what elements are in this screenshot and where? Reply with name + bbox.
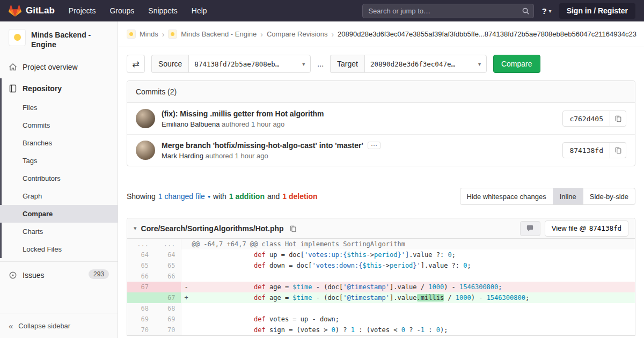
project-name: Minds Backend - Engine [31, 29, 109, 49]
toggle-comments-button[interactable] [520, 221, 540, 236]
diff-line-content: def up = doc['votes:up:{$this->period}']… [181, 249, 635, 260]
copy-icon [614, 146, 622, 154]
nav-help[interactable]: Help [192, 6, 207, 15]
new-line-number[interactable]: 64 [154, 249, 181, 260]
commit-author-avatar[interactable] [136, 109, 155, 128]
new-line-number[interactable]: 69 [154, 314, 181, 325]
old-line-number[interactable] [127, 292, 154, 303]
target-input-group: Target 20890d28e3d6f3ec047e… ▾ [330, 55, 487, 73]
code-token [192, 315, 254, 323]
commit-sha-button[interactable]: 874138fd [562, 142, 610, 158]
commit-author-link[interactable]: Mark Harding [162, 152, 203, 160]
sidebar-item-tags[interactable]: Tags [0, 152, 118, 170]
new-line-number[interactable]: ... [154, 239, 181, 249]
swap-revisions-button[interactable]: ⇄ [127, 55, 145, 73]
target-dropdown[interactable]: 20890d28e3d6f3ec047e… ▾ [364, 55, 487, 73]
diff-line-ctx: 6666 [127, 271, 635, 282]
nav-groups[interactable]: Groups [109, 6, 134, 15]
sidebar-item-branches[interactable]: Branches [0, 134, 118, 152]
file-path[interactable]: Core/Search/SortingAlgorithms/Hot.php [141, 224, 284, 233]
view-file-button[interactable]: View file @ 874138fd [545, 221, 628, 237]
sidebar-item-issues[interactable]: Issues 293 [0, 265, 118, 285]
diff-line-content: - def age = $time - (doc['@timestamp'].v… [181, 282, 635, 292]
commit-authored-ago: authored 1 hour ago [222, 120, 284, 128]
copy-sha-button[interactable] [610, 111, 626, 127]
new-line-number[interactable] [154, 282, 181, 292]
commit-author-avatar[interactable] [136, 141, 155, 160]
repository-sub-menu: Files Commits Branches Tags Contributors… [0, 99, 118, 258]
diff-line-ctx: 6565 def down = doc['votes:down:{$this->… [127, 260, 635, 271]
old-line-number[interactable]: 64 [127, 249, 154, 260]
diff-line-content [181, 271, 635, 282]
new-line-number[interactable]: 66 [154, 271, 181, 282]
commit-title-link[interactable]: (fix): Missing .millis getter from Hot a… [162, 109, 324, 118]
nav-snippets[interactable]: Snippets [148, 6, 177, 15]
diff-line-ctx: 6464 def up = doc['votes:up:{$this->peri… [127, 249, 635, 260]
showing-label: Showing [127, 192, 156, 201]
old-line-number[interactable]: ... [127, 239, 154, 249]
inline-view-button[interactable]: Inline [553, 188, 583, 205]
old-line-number[interactable]: 67 [127, 282, 154, 292]
code-token: 0 [332, 326, 335, 334]
old-line-number[interactable]: 69 [127, 314, 154, 325]
code-token: 0 [463, 262, 467, 269]
code-token: $this [347, 251, 367, 259]
old-line-number[interactable]: 65 [127, 260, 154, 271]
collapse-sidebar-button[interactable]: « Collapse sidebar [0, 313, 118, 338]
sidebar-item-graph[interactable]: Graph [0, 187, 118, 205]
old-line-number[interactable]: 68 [127, 303, 154, 314]
help-dropdown[interactable]: ? ▾ [541, 6, 551, 16]
changed-files-dropdown[interactable]: 1 changed file [158, 192, 205, 201]
code-token: 1 [351, 326, 355, 334]
collapse-file-caret-icon[interactable]: ▾ [134, 225, 137, 232]
sidebar-item-contributors[interactable]: Contributors [0, 170, 118, 187]
compare-button[interactable]: Compare [493, 55, 540, 73]
copy-file-path-button[interactable] [288, 224, 298, 233]
side-by-side-view-button[interactable]: Side-by-side [583, 188, 635, 205]
old-line-number[interactable]: 70 [127, 325, 154, 335]
search-input[interactable] [362, 4, 534, 18]
hide-whitespace-button[interactable]: Hide whitespace changes [460, 188, 553, 205]
sidebar-item-locked-files[interactable]: Locked Files [0, 240, 118, 258]
sidebar-item-compare[interactable]: Compare [0, 205, 118, 223]
sidebar-item-commits[interactable]: Commits [0, 116, 118, 134]
sidebar-item-project-overview[interactable]: Project overview [0, 57, 118, 77]
nav-projects[interactable]: Projects [69, 6, 96, 15]
commit-title-row: Merge branch 'hotfix/missing-hot-algo-ca… [162, 141, 562, 150]
commits-panel: Commits (2) (fix): Missing .millis gette… [127, 80, 635, 166]
breadcrumb-page-link[interactable]: Compare Revisions [267, 30, 327, 38]
new-line-number[interactable]: 67 [154, 292, 181, 303]
old-line-number[interactable]: 66 [127, 271, 154, 282]
view-file-sha: 874138fd [589, 224, 621, 232]
sign-in-button[interactable]: Sign in / Register [559, 3, 635, 19]
source-dropdown[interactable]: 874138fd72b5ae7808eb… ▾ [188, 55, 311, 73]
source-input-group: Source 874138fd72b5ae7808eb… ▾ [151, 55, 311, 73]
diff-line-add: 67+ def age = $time - (doc['@timestamp']… [127, 292, 635, 303]
code-token: ; [525, 294, 529, 302]
breadcrumb-project-link[interactable]: Minds Backend - Engine [181, 30, 257, 38]
sidebar-item-charts[interactable]: Charts [0, 223, 118, 240]
code-token: $time [292, 283, 312, 291]
new-line-number[interactable]: 68 [154, 303, 181, 314]
commit-authored-ago: authored 1 hour ago [206, 152, 268, 160]
sidebar-item-files[interactable]: Files [0, 99, 118, 116]
expand-commit-message-button[interactable]: ⋯ [368, 142, 380, 149]
breadcrumb: Minds › Minds Backend - Engine › Compare… [118, 21, 644, 47]
chevron-down-icon[interactable]: ▾ [208, 194, 210, 200]
code-token [192, 251, 254, 259]
commit-row: Merge branch 'hotfix/missing-hot-algo-ca… [127, 134, 635, 166]
commit-author-link[interactable]: Emiliano Balbuena [162, 120, 219, 128]
code-token: }' [413, 262, 420, 269]
sidebar-item-repository[interactable]: Repository [0, 78, 118, 99]
project-context[interactable]: Minds Backend - Engine [0, 21, 118, 54]
breadcrumb-group-link[interactable]: Minds [140, 30, 158, 38]
new-line-number[interactable]: 70 [154, 325, 181, 335]
code-token: 'votes:up:{ [304, 251, 347, 259]
gitlab-home-link[interactable]: GitLab [9, 4, 55, 17]
commit-sha-button[interactable]: c762d405 [562, 111, 610, 127]
copy-sha-button[interactable] [610, 142, 626, 158]
commit-title-link[interactable]: Merge branch 'hotfix/missing-hot-algo-ca… [162, 141, 363, 150]
new-line-number[interactable]: 65 [154, 260, 181, 271]
code-token: def [254, 326, 266, 334]
search-icon[interactable] [522, 7, 530, 15]
